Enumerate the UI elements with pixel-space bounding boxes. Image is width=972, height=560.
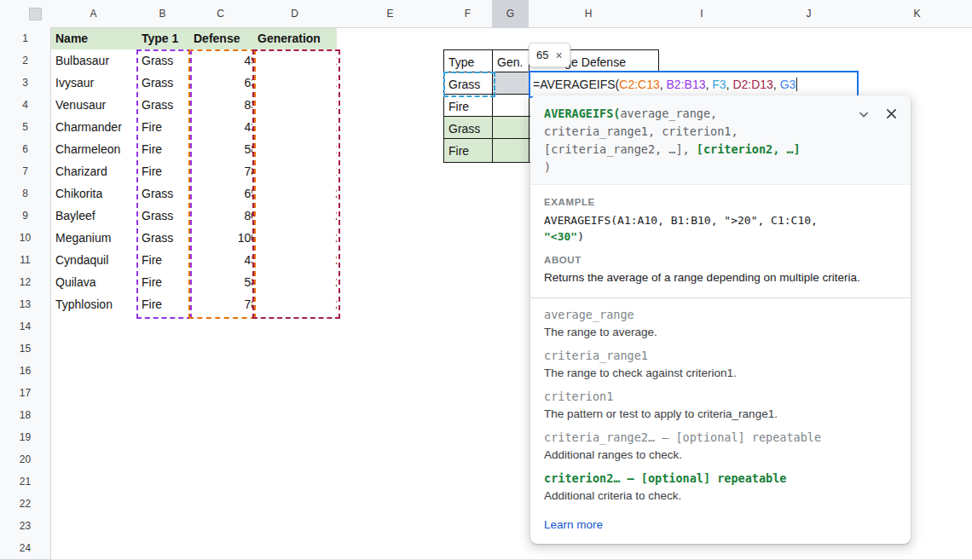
row-header-4[interactable]: 4	[0, 94, 51, 117]
cell-D23[interactable]	[252, 515, 348, 538]
cell-J2[interactable]	[755, 49, 873, 72]
cell-D2[interactable]: 1	[252, 49, 348, 72]
cell-A9[interactable]: Bayleef	[50, 205, 148, 228]
row-header-14[interactable]: 14	[0, 315, 51, 338]
column-header-C[interactable]: C	[188, 0, 253, 28]
cell-A14[interactable]	[50, 315, 148, 338]
cell-D22[interactable]	[252, 493, 348, 516]
cell-E16[interactable]	[337, 360, 454, 383]
cell-I2[interactable]	[648, 49, 767, 72]
cell-D9[interactable]: 2	[252, 205, 348, 228]
row-header-18[interactable]: 18	[0, 404, 51, 427]
row-header-8[interactable]: 8	[0, 182, 51, 205]
cell-A21[interactable]	[50, 471, 148, 494]
cell-A4[interactable]: Venusaur	[50, 94, 148, 117]
cell-A19[interactable]	[50, 426, 148, 449]
cell-E13[interactable]	[337, 293, 454, 316]
cell-E9[interactable]	[337, 205, 454, 228]
row-header-5[interactable]: 5	[0, 116, 51, 139]
column-header-B[interactable]: B	[136, 0, 189, 28]
row-header-19[interactable]: 19	[0, 426, 51, 449]
cell-D5[interactable]: 1	[252, 116, 348, 139]
cell-A20[interactable]	[50, 448, 148, 471]
cell-A5[interactable]: Charmander	[50, 116, 148, 139]
row-header-10[interactable]: 10	[0, 227, 51, 250]
cell-D24[interactable]	[252, 537, 348, 560]
cell-I1[interactable]	[648, 27, 767, 50]
cell-A16[interactable]	[50, 360, 148, 383]
row-header-9[interactable]: 9	[0, 205, 51, 228]
row-header-17[interactable]: 17	[0, 382, 51, 405]
cell-A18[interactable]	[50, 404, 148, 427]
cell-D15[interactable]	[252, 338, 348, 361]
cell-D7[interactable]: 1	[252, 160, 348, 183]
column-header-J[interactable]: J	[755, 0, 863, 28]
cell-D4[interactable]: 1	[252, 94, 348, 117]
row-header-15[interactable]: 15	[0, 338, 51, 361]
cell-D17[interactable]	[252, 382, 348, 405]
cell-E7[interactable]	[337, 160, 454, 183]
cell-D19[interactable]	[252, 426, 348, 449]
cell-E8[interactable]	[337, 182, 454, 205]
cell-D12[interactable]: 2	[252, 271, 348, 294]
row-header-13[interactable]: 13	[0, 293, 51, 316]
cell-A13[interactable]: Typhlosion	[50, 293, 148, 316]
cell-A7[interactable]: Charizard	[50, 160, 148, 183]
cell-E20[interactable]	[337, 448, 454, 471]
select-all-corner[interactable]	[0, 0, 51, 28]
row-header-16[interactable]: 16	[0, 360, 51, 383]
column-header-H[interactable]: H	[529, 0, 649, 28]
cell-A11[interactable]: Cyndaquil	[50, 249, 148, 272]
cell-D13[interactable]: 2	[252, 293, 348, 316]
column-header-F[interactable]: F	[443, 0, 493, 28]
cell-E10[interactable]	[337, 227, 454, 250]
cell-E11[interactable]	[337, 249, 454, 272]
cell-K1[interactable]	[862, 27, 972, 50]
cell-A23[interactable]	[50, 515, 148, 538]
cell-E21[interactable]	[337, 471, 454, 494]
cell-D11[interactable]: 2	[252, 249, 348, 272]
row-header-20[interactable]: 20	[0, 448, 51, 471]
chevron-down-icon[interactable]	[857, 107, 871, 121]
cell-E24[interactable]	[337, 537, 454, 560]
cell-A2[interactable]: Bulbasaur	[50, 49, 148, 72]
cell-D6[interactable]: 1	[252, 138, 348, 161]
close-icon[interactable]: ×	[555, 49, 562, 61]
cell-D8[interactable]: 2	[252, 182, 348, 205]
cell-E14[interactable]	[337, 315, 454, 338]
cell-D18[interactable]	[252, 404, 348, 427]
cell-E12[interactable]	[337, 271, 454, 294]
cell-J1[interactable]	[755, 27, 873, 50]
cell-E5[interactable]	[337, 116, 454, 139]
column-header-K[interactable]: K	[862, 0, 972, 28]
cell-E15[interactable]	[337, 338, 454, 361]
cell-E19[interactable]	[337, 426, 454, 449]
close-icon[interactable]	[884, 107, 899, 121]
row-header-6[interactable]: 6	[0, 138, 51, 161]
column-header-A[interactable]: A	[50, 0, 137, 28]
cell-E23[interactable]	[337, 515, 454, 538]
cell-A10[interactable]: Meganium	[50, 227, 148, 250]
cell-E6[interactable]	[337, 138, 454, 161]
column-header-D[interactable]: D	[252, 0, 338, 28]
column-header-G[interactable]: G	[492, 0, 529, 28]
row-header-23[interactable]: 23	[0, 515, 51, 538]
cell-A24[interactable]	[50, 537, 148, 560]
column-header-E[interactable]: E	[337, 0, 444, 28]
cell-A15[interactable]	[50, 338, 148, 361]
cell-D20[interactable]	[252, 448, 348, 471]
cell-A1[interactable]: Name	[50, 27, 148, 50]
cell-E17[interactable]	[337, 382, 454, 405]
cell-E1[interactable]	[337, 27, 454, 50]
cell-D1[interactable]: Generation	[252, 27, 348, 50]
cell-E4[interactable]	[337, 94, 454, 117]
cell-D10[interactable]: 2	[252, 227, 348, 250]
row-header-3[interactable]: 3	[0, 72, 51, 95]
cell-E22[interactable]	[337, 493, 454, 516]
row-header-22[interactable]: 22	[0, 493, 51, 516]
cell-A22[interactable]	[50, 493, 148, 516]
cell-D3[interactable]: 1	[252, 72, 348, 95]
cell-D21[interactable]	[252, 471, 348, 494]
learn-more-link[interactable]: Learn more	[544, 518, 603, 531]
cell-E18[interactable]	[337, 404, 454, 427]
